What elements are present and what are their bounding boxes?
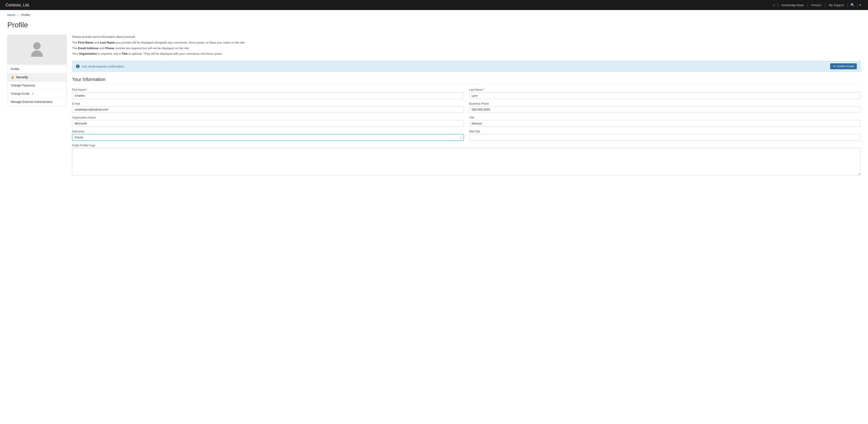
title-bold: Title xyxy=(122,52,128,55)
first-name-group: First Name* xyxy=(72,88,464,99)
sidebar-item-change-email[interactable]: Change Email ℹ xyxy=(7,90,66,98)
sidebar-security-header: 🔒 Security xyxy=(7,73,66,81)
last-name-group: Last Name* xyxy=(469,88,861,99)
email-group: E-mail xyxy=(72,102,464,113)
nickname-clear-button[interactable]: × xyxy=(460,136,462,139)
change-password-label: Change Password xyxy=(11,84,35,87)
last-name-input[interactable] xyxy=(469,92,861,99)
avatar-head xyxy=(33,42,41,50)
avatar-container xyxy=(7,35,67,64)
sidebar-security-label: Security xyxy=(16,75,28,79)
public-profile-label: Public Profile Copy xyxy=(72,144,861,147)
form-row-nickname-website: Nickname × Web Site xyxy=(72,130,861,141)
nickname-input-wrapper: × xyxy=(72,134,464,141)
banner-info-icon: i xyxy=(76,65,80,68)
email-bold: Email Address xyxy=(78,46,98,50)
public-profile-group: Public Profile Copy xyxy=(72,144,861,175)
form-row-org-title: Organization Name Title xyxy=(72,116,861,127)
business-phone-group: Business Phone xyxy=(469,102,861,113)
my-support-link[interactable]: My Support xyxy=(826,3,847,7)
right-content: Please provide some information about yo… xyxy=(72,35,861,178)
form-row-public-profile: Public Profile Copy xyxy=(72,144,861,175)
sidebar-profile-label: Profile xyxy=(11,67,19,71)
avatar-body xyxy=(31,51,43,57)
user-dropdown[interactable]: ▾ xyxy=(858,3,863,7)
your-information-section: Your Information First Name* Last Name* xyxy=(72,77,861,175)
avatar xyxy=(31,42,43,57)
title-group: Title xyxy=(469,116,861,127)
banner-message: Your email requires confirmation. xyxy=(82,65,125,68)
info-line2: The First Name and Last Name you provide… xyxy=(72,40,861,45)
main-content: Profile 🔒 Security Change Password Chang… xyxy=(0,35,868,188)
sidebar-nav: Profile 🔒 Security Change Password Chang… xyxy=(7,65,67,106)
brand-name: Contoso, Ltd. xyxy=(5,3,30,7)
info-block: Please provide some information about yo… xyxy=(72,35,861,56)
lock-icon: 🔒 xyxy=(11,75,14,79)
banner-text: i Your email requires confirmation. xyxy=(76,65,125,68)
org-name-input[interactable] xyxy=(72,120,464,127)
nickname-group: Nickname × xyxy=(72,130,464,141)
breadcrumb-home[interactable]: Home xyxy=(7,13,15,17)
title-input[interactable] xyxy=(469,120,861,127)
business-phone-label: Business Phone xyxy=(469,102,861,105)
firstname-bold: First Name xyxy=(78,41,93,44)
title-label: Title xyxy=(469,116,861,119)
sidebar: Profile 🔒 Security Change Password Chang… xyxy=(7,35,67,106)
nav-links: ⌂ | Knowledge Base | Forums | My Support… xyxy=(771,3,863,7)
nickname-input[interactable] xyxy=(72,134,464,141)
manage-external-auth-label: Manage External Authentication xyxy=(11,100,53,103)
org-name-label: Organization Name xyxy=(72,116,464,119)
phone-bold: Phone xyxy=(105,46,114,50)
sidebar-item-manage-external-auth[interactable]: Manage External Authentication xyxy=(7,98,66,106)
top-navigation: Contoso, Ltd. ⌂ | Knowledge Base | Forum… xyxy=(0,0,868,10)
nickname-label: Nickname xyxy=(72,130,464,133)
home-icon[interactable]: ⌂ xyxy=(771,3,777,7)
confirm-email-icon: ✉ xyxy=(833,65,835,68)
email-input[interactable] xyxy=(72,106,464,113)
confirm-email-button[interactable]: ✉ Confirm Email xyxy=(830,63,857,69)
sidebar-item-profile[interactable]: Profile xyxy=(7,65,66,73)
change-email-info-icon[interactable]: ℹ xyxy=(32,92,33,95)
public-profile-textarea[interactable] xyxy=(72,148,861,175)
forums-link[interactable]: Forums xyxy=(808,3,825,7)
website-group: Web Site xyxy=(469,130,861,141)
search-icon[interactable]: 🔍 xyxy=(848,3,857,7)
last-name-label: Last Name* xyxy=(469,88,861,91)
breadcrumb-current: Profile xyxy=(22,13,30,17)
first-name-label: First Name* xyxy=(72,88,464,91)
lastname-bold: Last Name xyxy=(100,41,115,44)
info-line3: The Email Address and Phone number are r… xyxy=(72,46,861,51)
info-line1: Please provide some information about yo… xyxy=(72,35,861,39)
breadcrumb: Home > Profile xyxy=(0,10,868,20)
change-email-label: Change Email xyxy=(11,92,29,95)
form-row-name: First Name* Last Name* xyxy=(72,88,861,99)
website-input[interactable] xyxy=(469,134,861,141)
business-phone-input[interactable] xyxy=(469,106,861,113)
org-name-group: Organization Name xyxy=(72,116,464,127)
page-title: Profile xyxy=(0,20,868,35)
confirm-email-label: Confirm Email xyxy=(837,65,854,68)
org-bold: Organization xyxy=(79,52,97,55)
website-label: Web Site xyxy=(469,130,861,133)
confirm-email-banner: i Your email requires confirmation. ✉ Co… xyxy=(72,61,861,72)
info-line4: Your Organization is required, and a Tit… xyxy=(72,52,861,56)
knowledge-base-link[interactable]: Knowledge Base xyxy=(778,3,807,7)
sidebar-item-change-password[interactable]: Change Password xyxy=(7,81,66,90)
first-name-input[interactable] xyxy=(72,92,464,99)
form-row-email-phone: E-mail Business Phone xyxy=(72,102,861,113)
email-label: E-mail xyxy=(72,102,464,105)
your-information-title: Your Information xyxy=(72,77,861,84)
